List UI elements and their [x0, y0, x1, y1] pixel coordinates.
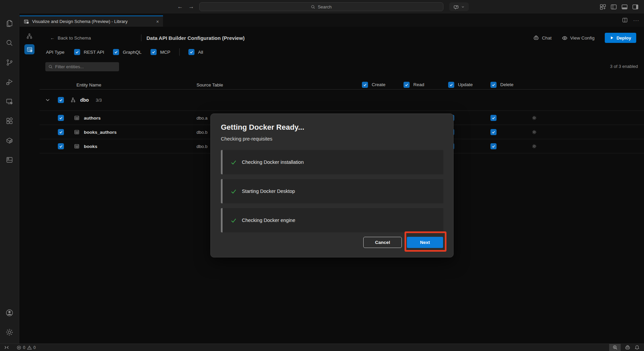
- history-forward-icon[interactable]: →: [188, 3, 194, 10]
- extensions-icon[interactable]: [5, 117, 14, 125]
- next-button[interactable]: Next: [407, 237, 443, 248]
- tab-title: Visualize and Design Schema (Preview) - …: [32, 19, 153, 24]
- check-icon: [230, 217, 237, 224]
- row-checkbox[interactable]: [58, 115, 64, 121]
- play-icon: [610, 36, 614, 40]
- row-settings-gear-icon[interactable]: [531, 143, 537, 149]
- schema-designer-icon: [24, 19, 29, 24]
- schema-group-row: dbo 3/3: [40, 90, 644, 111]
- group-count: 3/3: [96, 98, 102, 103]
- api-type-filters: API Type REST API GraphQL MCP All: [46, 47, 203, 57]
- delete-checkbox[interactable]: [490, 115, 497, 121]
- table-icon: [74, 129, 79, 135]
- search-icon: [48, 65, 53, 69]
- deploy-button[interactable]: Deploy: [605, 33, 636, 43]
- group-name: dbo: [80, 97, 89, 103]
- view-config-button[interactable]: View Config: [562, 35, 595, 41]
- api-type-label: API Type: [46, 50, 65, 55]
- storage-explorer-icon[interactable]: [5, 156, 14, 164]
- remote-indicator-icon[interactable]: [4, 345, 9, 350]
- step-docker-desktop: Starting Docker Desktop: [221, 179, 443, 203]
- remote-explorer-icon[interactable]: [5, 98, 14, 106]
- tab-visualize-design-schema[interactable]: Visualize and Design Schema (Preview) - …: [20, 16, 163, 27]
- settings-gear-icon[interactable]: [5, 328, 14, 336]
- editor-tab-bar: Visualize and Design Schema (Preview) - …: [19, 14, 644, 27]
- status-bar: 0 0: [0, 344, 644, 351]
- schema-view-icon[interactable]: [26, 33, 33, 40]
- accounts-icon[interactable]: [5, 308, 14, 317]
- arrow-left-icon: ←: [50, 35, 55, 41]
- more-actions-icon[interactable]: ···: [633, 17, 639, 23]
- chat-button[interactable]: Chat: [533, 35, 552, 41]
- panel-header: ← Back to Schema Data API Builder Config…: [40, 32, 644, 44]
- tab-close-icon[interactable]: ×: [156, 19, 159, 24]
- copilot-status-icon[interactable]: [625, 345, 630, 350]
- notifications-bell-icon[interactable]: [635, 345, 640, 350]
- title-bar: ← → Search: [0, 0, 644, 14]
- row-settings-gear-icon[interactable]: [531, 115, 537, 121]
- zoom-in-icon: [613, 345, 618, 350]
- copilot-icon: [533, 35, 539, 41]
- schema-icon: [70, 97, 76, 103]
- problems-indicator[interactable]: 0 0: [17, 345, 36, 350]
- step-docker-installation: Checking Docker installation: [221, 150, 443, 174]
- back-to-schema-link[interactable]: ← Back to Schema: [50, 32, 91, 44]
- search-label: Search: [318, 4, 331, 9]
- activity-bar: [0, 14, 19, 344]
- column-create-checkbox[interactable]: Create: [362, 82, 386, 88]
- error-count: 0: [23, 345, 25, 350]
- table-icon: [74, 115, 79, 121]
- row-checkbox[interactable]: [58, 143, 64, 149]
- delete-checkbox[interactable]: [490, 129, 497, 135]
- history-back-icon[interactable]: ←: [177, 3, 183, 10]
- warning-icon: [27, 345, 32, 350]
- enabled-summary: 3 of 3 enabled: [610, 64, 638, 69]
- delete-checkbox[interactable]: [490, 143, 497, 149]
- column-read-checkbox[interactable]: Read: [404, 82, 424, 88]
- mcp-checkbox[interactable]: MCP: [151, 49, 170, 55]
- dialog-subtitle: Checking pre-requisites: [221, 136, 272, 142]
- filter-entities-input-box[interactable]: [45, 62, 119, 71]
- column-entity-name: Entity Name: [76, 82, 101, 87]
- row-settings-gear-icon[interactable]: [531, 129, 537, 135]
- split-editor-icon[interactable]: [622, 17, 628, 23]
- page-title: Data API Builder Configuration (Preview): [146, 32, 245, 44]
- search-sidebar-icon[interactable]: [5, 39, 14, 47]
- copilot-chat-icon: [454, 4, 459, 9]
- graphql-checkbox[interactable]: GraphQL: [113, 49, 142, 55]
- vscode-window: ← → Search: [0, 0, 644, 351]
- table-gear-icon: [26, 46, 33, 53]
- toggle-panel-icon[interactable]: [621, 4, 628, 10]
- step-docker-engine: Checking Docker engine: [221, 208, 443, 232]
- toggle-primary-sidebar-icon[interactable]: [611, 4, 617, 10]
- eye-icon: [562, 35, 568, 41]
- rest-api-checkbox[interactable]: REST API: [74, 49, 105, 55]
- zoom-indicator[interactable]: [609, 344, 621, 351]
- check-icon: [230, 188, 237, 195]
- group-checkbox[interactable]: [58, 97, 64, 103]
- container-tools-icon[interactable]: [5, 136, 14, 145]
- filter-row: 3 of 3 enabled: [40, 62, 644, 72]
- dialog-title: Getting Docker Ready...: [221, 123, 304, 132]
- command-center-search[interactable]: Search: [199, 2, 443, 11]
- source-control-icon[interactable]: [5, 58, 14, 67]
- column-update-checkbox[interactable]: Update: [448, 82, 473, 88]
- error-icon: [17, 345, 21, 350]
- chevron-down-icon[interactable]: [45, 97, 50, 103]
- dab-config-view-tile[interactable]: [24, 44, 34, 54]
- row-checkbox[interactable]: [58, 129, 64, 135]
- explorer-icon[interactable]: [5, 19, 14, 27]
- filter-entities-input[interactable]: [55, 64, 109, 69]
- column-delete-checkbox[interactable]: Delete: [490, 82, 513, 88]
- toggle-secondary-sidebar-icon[interactable]: [632, 4, 639, 10]
- copilot-menu[interactable]: [449, 2, 469, 11]
- table-icon: [74, 144, 79, 149]
- getting-docker-ready-dialog: Getting Docker Ready... Checking pre-req…: [210, 114, 454, 257]
- check-icon: [230, 159, 237, 166]
- cancel-button[interactable]: Cancel: [363, 237, 402, 248]
- column-source-table: Source Table: [197, 82, 223, 87]
- all-checkbox[interactable]: All: [188, 49, 203, 55]
- run-debug-icon[interactable]: [5, 78, 14, 86]
- customize-layout-icon[interactable]: [600, 4, 606, 10]
- warning-count: 0: [33, 345, 36, 350]
